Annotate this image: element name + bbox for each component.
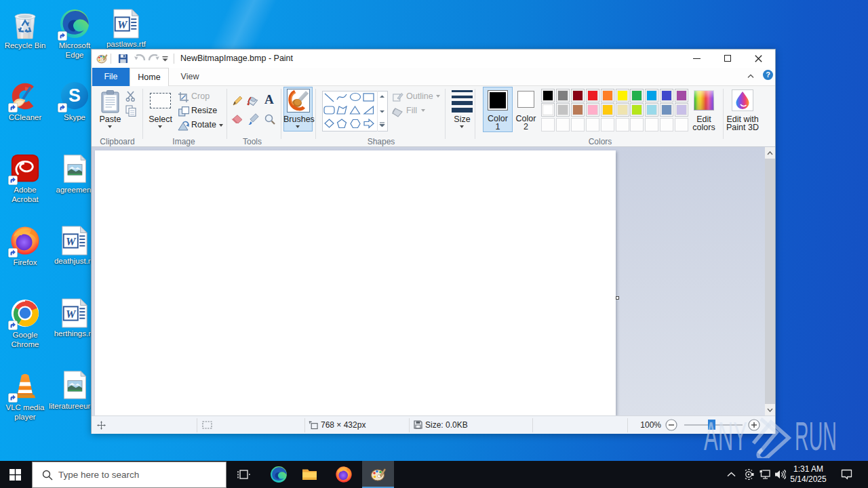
svg-text:S: S	[68, 85, 81, 106]
